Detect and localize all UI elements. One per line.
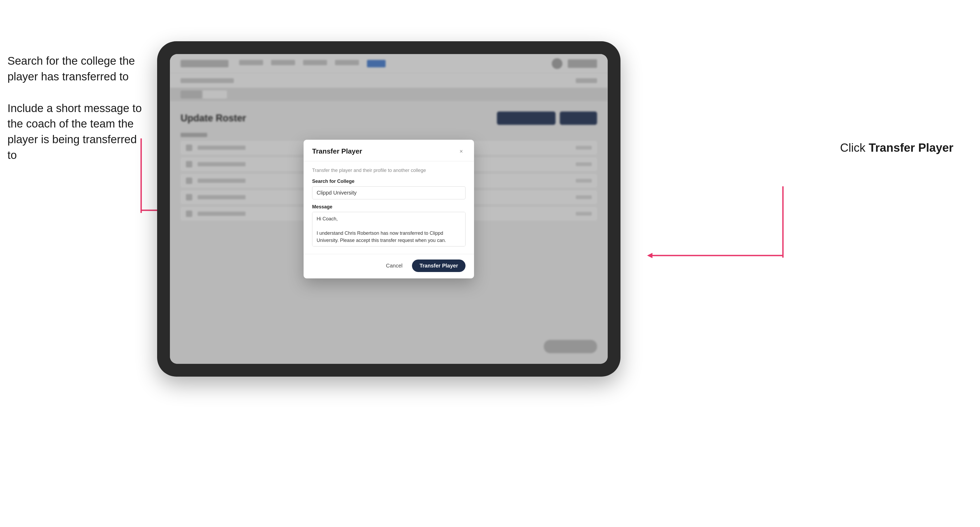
annotation-right: Click Transfer Player (840, 141, 953, 154)
annotation-text-2: Include a short message to the coach of … (8, 101, 146, 163)
cancel-button[interactable]: Cancel (382, 260, 407, 271)
close-icon: × (460, 148, 463, 155)
tablet-frame: Update Roster (157, 41, 620, 376)
annotation-left: Search for the college the player has tr… (8, 53, 146, 179)
search-college-input[interactable] (312, 186, 466, 199)
transfer-label: Transfer Player (419, 263, 458, 268)
modal-body: Transfer the player and their profile to… (304, 161, 474, 254)
svg-marker-4 (647, 253, 652, 258)
modal-header: Transfer Player × (304, 140, 474, 161)
modal-title: Transfer Player (312, 147, 362, 156)
tablet-screen: Update Roster (170, 54, 608, 364)
annotation-right-bold: Transfer Player (869, 141, 953, 154)
search-college-label: Search for College (312, 179, 466, 184)
modal-overlay: Transfer Player × Transfer the player an… (170, 54, 608, 364)
annotation-right-text: Click (840, 141, 869, 154)
transfer-player-modal: Transfer Player × Transfer the player an… (304, 140, 474, 278)
transfer-player-button[interactable]: Transfer Player (412, 259, 466, 272)
message-textarea[interactable]: Hi Coach, I understand Chris Robertson h… (312, 212, 466, 246)
modal-subtitle: Transfer the player and their profile to… (312, 168, 466, 173)
modal-close-button[interactable]: × (457, 147, 466, 156)
message-label: Message (312, 204, 466, 210)
annotation-text-1: Search for the college the player has tr… (8, 53, 146, 85)
cancel-label: Cancel (386, 263, 402, 268)
modal-footer: Cancel Transfer Player (304, 254, 474, 278)
